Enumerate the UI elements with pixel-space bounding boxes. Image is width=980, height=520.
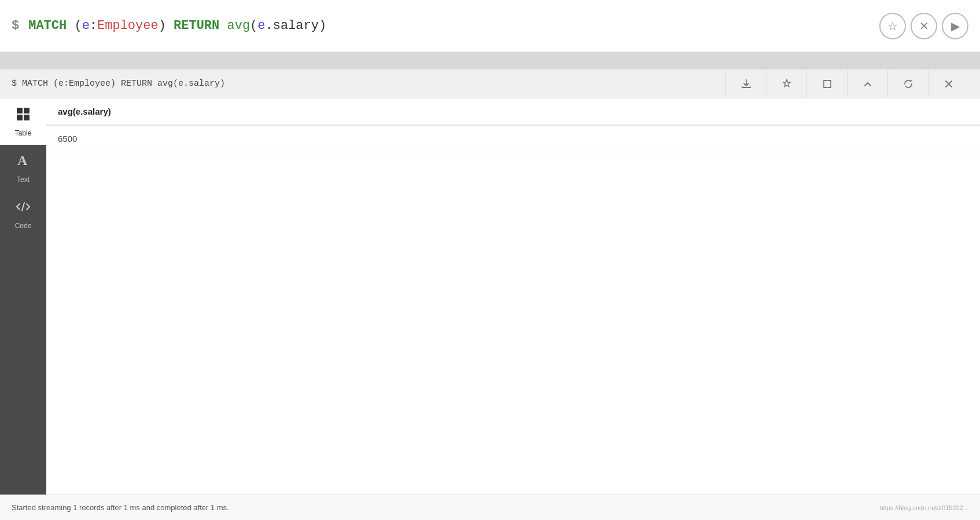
status-bar: Started streaming 1 records after 1 ms a… [0, 495, 980, 520]
status-url: https://blog.cndn.net/v015222... [879, 504, 968, 511]
pin-button[interactable] [766, 69, 806, 98]
dollar-sign: $ [12, 19, 19, 33]
text-label: Text [17, 175, 30, 184]
code-icon [15, 199, 31, 218]
table-area: avg(e.salary) 6500 [46, 98, 980, 495]
svg-rect-0 [17, 108, 23, 113]
func-avg: avg [227, 19, 250, 33]
refresh-button[interactable] [887, 69, 928, 98]
divider [0, 52, 980, 69]
cancel-button[interactable]: ✕ [911, 13, 937, 39]
status-message: Started streaming 1 records after 1 ms a… [12, 503, 229, 512]
code-label: Code [15, 222, 32, 230]
results-query-text: $ MATCH (e:Employee) RETURN avg(e.salary… [12, 79, 725, 89]
run-button[interactable]: ▶ [942, 13, 968, 39]
top-query-bar: $ MATCH (e:Employee) RETURN avg(e.salary… [0, 0, 980, 52]
results-header-icons [725, 69, 968, 98]
results-table: avg(e.salary) 6500 [46, 98, 980, 152]
close-results-button[interactable] [928, 69, 968, 98]
results-header: $ MATCH (e:Employee) RETURN avg(e.salary… [0, 69, 980, 98]
sidebar-item-code[interactable]: Code [0, 191, 46, 237]
svg-text:A: A [17, 153, 28, 168]
expand-button[interactable] [806, 69, 847, 98]
label-employee: Employee [97, 19, 159, 33]
var-e: e [82, 19, 90, 33]
top-bar-icons: ☆ ✕ ▶ [879, 13, 968, 39]
field-salary: salary [273, 19, 319, 33]
text-icon: A [15, 152, 31, 172]
keyword-match: MATCH [28, 19, 67, 33]
content-area: Table A Text Code [0, 98, 980, 495]
up-button[interactable] [847, 69, 887, 98]
svg-rect-3 [24, 115, 30, 120]
sidebar-item-table[interactable]: Table [0, 98, 46, 145]
paren-open: ( [74, 19, 82, 33]
table-row: 6500 [46, 125, 980, 152]
table-label: Table [15, 129, 32, 137]
favorite-button[interactable]: ☆ [879, 13, 906, 39]
results-section: $ MATCH (e:Employee) RETURN avg(e.salary… [0, 69, 980, 520]
cell-avg-salary: 6500 [46, 125, 980, 152]
sidebar-item-text[interactable]: A Text [0, 145, 46, 191]
sidebar: Table A Text Code [0, 98, 46, 495]
svg-rect-1 [24, 108, 30, 113]
column-header-avg-salary: avg(e.salary) [46, 98, 980, 125]
keyword-return: RETURN [174, 19, 219, 33]
table-icon [15, 106, 31, 126]
top-query-text[interactable]: MATCH (e:Employee) RETURN avg(e.salary) [28, 19, 870, 33]
download-button[interactable] [725, 69, 766, 98]
svg-rect-2 [17, 115, 23, 120]
